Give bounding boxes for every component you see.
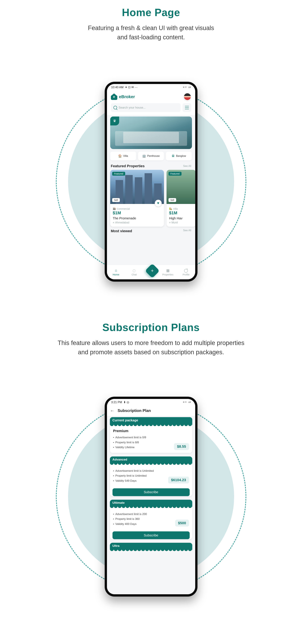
plus-icon: +	[151, 268, 154, 274]
plan-card-ultimate: Ultimate Advertisement limit is 200 Prop…	[110, 500, 192, 539]
filter-button[interactable]	[183, 103, 191, 112]
plan-title: Advanced	[110, 456, 192, 463]
nav-home[interactable]: ⌂ Home	[109, 268, 122, 276]
search-placeholder: Search your house...	[119, 106, 146, 109]
property-image: Featured Sell	[167, 170, 195, 204]
category-banglow[interactable]: 🏛 Banglow	[166, 152, 192, 160]
type-icon: 🏬	[113, 207, 116, 210]
property-cards-row[interactable]: Featured Sell ♥ 🏬 Commercial $1M The Pro…	[107, 170, 195, 227]
type-icon: 🏡	[169, 207, 172, 210]
featured-tag: Featured	[169, 172, 182, 176]
status-time: 3:21 PM	[111, 400, 122, 404]
location-icon: ⌖	[169, 221, 171, 224]
property-image: Featured Sell ♥	[110, 170, 164, 204]
current-package-label: Current package	[110, 417, 192, 424]
penthouse-icon: 🏢	[142, 154, 146, 158]
favorite-button[interactable]: ♥	[155, 200, 162, 206]
plan-name: Premium	[113, 429, 189, 433]
status-bar: 10:40 AM ✦ ⊡ ✉ ⋯ ◎ ᯤ ▢▯	[107, 84, 195, 90]
hero-banner[interactable]: ♛	[110, 116, 192, 149]
plan-title: Ultra	[110, 543, 192, 549]
see-all-link[interactable]: See All	[183, 229, 191, 233]
plan-list[interactable]: Current package Premium Advertisement li…	[107, 416, 195, 554]
search-input[interactable]: Search your house...	[111, 103, 181, 112]
add-fab[interactable]: +	[145, 264, 160, 278]
property-name: The Promenade	[113, 216, 161, 220]
section-desc: Featuring a fresh & clean UI with great …	[37, 24, 265, 42]
property-card[interactable]: Featured Sell 🏡 Villa $1M High Hav ⌖	[167, 170, 195, 227]
plan-price: $500	[175, 520, 189, 526]
brand-icon: e	[111, 94, 117, 100]
status-icons-right: ◎ ᯤ ▢▯	[183, 401, 191, 404]
property-type: Commercial	[117, 207, 130, 210]
property-location: Munil	[172, 221, 178, 224]
wave-divider	[110, 424, 192, 426]
see-all-link[interactable]: See All	[183, 164, 191, 168]
status-bar: 3:21 PM ⬇ ◎ ◎ ᯤ ▢▯	[107, 399, 195, 406]
property-price: $1M	[113, 210, 161, 216]
category-villa[interactable]: 🏠 Villa	[110, 152, 136, 160]
plan-bullets: Advertisement limit is 0/8 Property limi…	[113, 435, 146, 450]
mock-stage: 3:21 PM ⬇ ◎ ◎ ᯤ ▢▯ ← Subscription Plan C…	[0, 383, 302, 610]
brand[interactable]: e eBroker	[111, 94, 135, 100]
location-icon: ⌖	[113, 221, 114, 224]
plan-price: $6104.23	[168, 476, 189, 484]
featured-tag: Featured	[112, 172, 125, 176]
properties-icon: ▦	[166, 268, 170, 273]
brand-name: eBroker	[119, 94, 135, 99]
avatar[interactable]	[184, 93, 191, 100]
chat-icon: ◌	[132, 268, 136, 273]
wave-divider	[110, 463, 192, 465]
mock-stage: 10:40 AM ✦ ⊡ ✉ ⋯ ◎ ᯤ ▢▯ e eBroker Se	[0, 68, 302, 296]
nav-profile[interactable]: ◯̊ Profile	[180, 268, 193, 276]
banglow-icon: 🏛	[172, 154, 175, 158]
property-price: $1M	[169, 210, 193, 216]
category-penthouse[interactable]: 🏢 Penthouse	[138, 152, 164, 160]
section-title: Subscription Plans	[0, 322, 302, 334]
home-icon: ⌂	[115, 268, 117, 273]
plan-price: $8.55	[174, 443, 189, 450]
profile-icon: ◯̊	[184, 268, 188, 273]
wave-divider	[110, 549, 192, 551]
category-row: 🏠 Villa 🏢 Penthouse 🏛 Banglow	[107, 151, 195, 163]
property-location: Ahmedabad	[115, 221, 129, 224]
sell-tag: Sell	[112, 198, 120, 202]
featured-title: Featured Properties	[111, 164, 145, 168]
phone-frame: 3:21 PM ⬇ ◎ ◎ ᯤ ▢▯ ← Subscription Plan C…	[105, 397, 198, 596]
plan-card-current: Current package Premium Advertisement li…	[110, 417, 192, 453]
page-header: ← Subscription Plan	[107, 406, 195, 416]
plan-card-ultra: Ultra	[110, 543, 192, 549]
app-header: e eBroker	[107, 90, 195, 102]
property-type: Villa	[173, 207, 178, 210]
filter-icon	[185, 106, 189, 109]
status-icons-left: ⬇ ◎	[123, 400, 129, 404]
status-icons-left: ✦ ⊡ ✉ ⋯	[125, 86, 137, 89]
crown-badge-icon: ♛	[110, 116, 119, 126]
most-viewed-header: Most viewed See All	[107, 227, 195, 233]
villa-icon: 🏠	[118, 154, 122, 158]
home-section: Home Page Featuring a fresh & clean UI w…	[0, 0, 302, 315]
page-title: Subscription Plan	[118, 408, 151, 413]
plan-card-advanced: Advanced Advertisement limit is Unlimite…	[110, 456, 192, 496]
sell-tag: Sell	[169, 198, 176, 202]
bottom-nav: ⌂ Home ◌ Chat + ▦ Properties	[107, 265, 195, 279]
plan-bullets: Advertisement limit is Unlimited Propert…	[113, 468, 154, 484]
featured-header: Featured Properties See All	[107, 163, 195, 170]
property-card[interactable]: Featured Sell ♥ 🏬 Commercial $1M The Pro…	[110, 170, 164, 227]
subscribe-button[interactable]: Subscribe	[112, 532, 190, 539]
search-icon	[113, 106, 117, 109]
phone-frame: 10:40 AM ✦ ⊡ ✉ ⋯ ◎ ᯤ ▢▯ e eBroker Se	[105, 82, 198, 282]
subscribe-button[interactable]: Subscribe	[112, 488, 190, 496]
status-icons-right: ◎ ᯤ ▢▯	[183, 86, 191, 89]
phone-screen-home: 10:40 AM ✦ ⊡ ✉ ⋯ ◎ ᯤ ▢▯ e eBroker Se	[107, 84, 195, 279]
nav-chat[interactable]: ◌ Chat	[128, 268, 141, 276]
subscription-section: Subscription Plans This feature allows u…	[0, 315, 302, 630]
nav-properties[interactable]: ▦ Properties	[161, 268, 174, 276]
back-arrow-icon[interactable]: ←	[110, 408, 114, 413]
wave-divider	[110, 506, 192, 508]
status-time: 10:40 AM	[111, 86, 123, 89]
section-desc: This feature allows users to more freedo…	[37, 338, 265, 357]
property-name: High Hav	[169, 216, 193, 220]
phone-screen-subscription: 3:21 PM ⬇ ◎ ◎ ᯤ ▢▯ ← Subscription Plan C…	[107, 399, 195, 594]
search-row: Search your house...	[107, 102, 195, 115]
